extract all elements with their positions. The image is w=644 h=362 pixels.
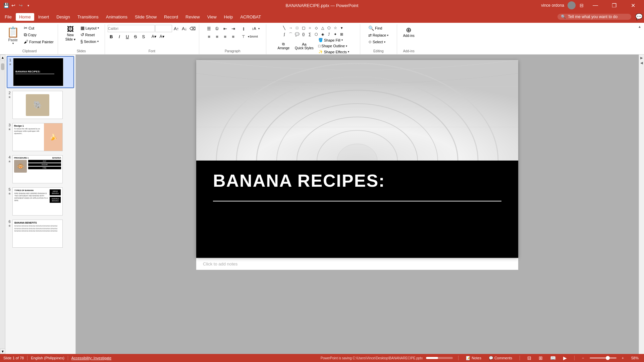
copy-button[interactable]: ⧉ Copy — [22, 32, 55, 38]
comments-button[interactable]: 💬 Comments — [487, 356, 514, 361]
add-ins-button[interactable]: ⊕ Add-ins — [401, 25, 417, 39]
shape-action[interactable]: ◈ — [320, 31, 326, 37]
slide-thumbnail-5[interactable]: 5 ★ TYPES OF BANANA RIPE BANANA AND UNRI… — [7, 186, 74, 217]
restore-button[interactable]: ❐ — [606, 0, 622, 11]
align-text-button[interactable]: ⊤ — [240, 33, 247, 40]
shape-connector[interactable]: ⌒ — [288, 31, 294, 37]
cut-button[interactable]: ✂ Cut — [22, 25, 55, 31]
right-panel-expand[interactable]: ◀ — [640, 61, 643, 65]
align-center-button[interactable]: ≡ — [213, 33, 221, 40]
shape-more[interactable]: ▾ — [339, 25, 345, 31]
slide-thumbnail-1[interactable]: 1 ★ BANANA RECIPES: — [7, 56, 74, 88]
shape-flowchart[interactable]: ⬡ — [313, 31, 319, 37]
scroll-down-arrow[interactable]: ▼ — [0, 349, 5, 354]
shape-effects-button[interactable]: ✨ Shape Effects ▾ — [317, 49, 351, 55]
customize-icon[interactable]: ▾ — [25, 3, 31, 8]
numbering-button[interactable]: ① — [213, 25, 221, 32]
format-painter-button[interactable]: 🖌 Format Painter — [22, 39, 55, 45]
search-box[interactable]: 🔍 Tell me what you want to do — [557, 14, 631, 20]
zoom-thumb[interactable] — [606, 356, 610, 360]
zoom-out-button[interactable]: − — [580, 356, 586, 360]
slide-thumbnail-2[interactable]: 2 ★ 🐘 — [7, 89, 74, 120]
shape-rect[interactable]: □ — [294, 25, 300, 31]
menu-review[interactable]: Review — [182, 13, 203, 21]
text-direction-button[interactable]: ↕A — [250, 25, 258, 32]
view-sorter-button[interactable]: ⊞ — [537, 355, 545, 361]
slide-thumbnail-4[interactable]: 4 ★ PROCEDURE 1 BANANA 🐵 POT SUGAR FIRE — [7, 154, 74, 185]
menu-transitions[interactable]: Transitions — [74, 13, 102, 21]
menu-file[interactable]: File — [1, 13, 15, 21]
arrange-button[interactable]: ⧉ Arrange — [276, 41, 292, 51]
zoom-in-button[interactable]: + — [620, 356, 626, 360]
highlight-button[interactable]: A▾ — [158, 33, 166, 40]
view-reading-button[interactable]: 📖 — [548, 355, 558, 361]
bold-button[interactable]: B — [108, 33, 115, 40]
find-button[interactable]: 🔍 Find — [367, 25, 383, 32]
collapse-ribbon-button[interactable]: ▲ — [637, 24, 643, 29]
redo-icon[interactable]: ↪ — [18, 3, 23, 8]
ribbon-display-icon[interactable]: ⊟ — [579, 3, 584, 8]
increase-font-button[interactable]: A↑ — [173, 25, 180, 32]
shape-equation[interactable]: ∑ — [307, 31, 313, 37]
slide-text-area[interactable]: BANANA RECIPES: — [196, 161, 518, 258]
quick-styles-button[interactable]: Aa Quick Styles — [293, 42, 316, 51]
shadow-button[interactable]: S — [140, 33, 147, 40]
section-button[interactable]: § Section ▾ — [79, 38, 100, 45]
increase-indent-button[interactable]: ⇥ — [229, 25, 237, 32]
menu-view[interactable]: View — [204, 13, 220, 21]
new-slide-button[interactable]: 🖼 New Slide ▾ — [62, 25, 78, 42]
shape-diamond[interactable]: ◇ — [313, 25, 319, 31]
decrease-font-button[interactable]: A↓ — [181, 25, 188, 32]
paste-button[interactable]: 📋 Paste ▾ — [4, 25, 22, 46]
clear-format-button[interactable]: ⌫ — [189, 25, 196, 32]
shape-arrow-line[interactable]: → — [288, 25, 294, 31]
align-left-button[interactable]: ≡ — [205, 33, 213, 40]
menu-animations[interactable]: Animations — [103, 13, 131, 21]
shape-rounded-rect[interactable]: ▢ — [301, 25, 307, 31]
view-normal-button[interactable]: ⊟ — [525, 355, 533, 361]
shape-special[interactable]: ✦ — [332, 31, 338, 37]
strikethrough-button[interactable]: S — [132, 33, 139, 40]
right-panel-collapse[interactable]: ▶ — [640, 56, 643, 60]
underline-button[interactable]: U — [124, 33, 131, 40]
align-right-button[interactable]: ≡ — [221, 33, 229, 40]
font-name-input[interactable] — [108, 25, 155, 32]
select-button[interactable]: ⊹ Select ▾ — [367, 39, 387, 45]
menu-record[interactable]: Record — [161, 13, 181, 21]
comments-icon[interactable]: 💬 — [635, 13, 643, 20]
view-slideshow-button[interactable]: ▶ — [561, 355, 569, 361]
font-size-input[interactable]: 56 — [155, 25, 172, 32]
minimize-button[interactable]: — — [588, 0, 603, 11]
shape-curve[interactable]: ∫ — [281, 31, 287, 37]
justify-button[interactable]: ≡ — [229, 33, 237, 40]
decrease-indent-button[interactable]: ⇤ — [221, 25, 229, 32]
menu-home[interactable]: Home — [16, 13, 34, 21]
shape-pentagon[interactable]: ⬠ — [326, 25, 332, 31]
main-slide[interactable]: BANANA RECIPES: — [196, 60, 518, 258]
accessibility-status[interactable]: Accessibility: Investigate — [71, 356, 111, 360]
zoom-control[interactable] — [590, 357, 616, 359]
menu-acrobat[interactable]: ACROBAT — [237, 13, 264, 21]
slide-thumbnail-3[interactable]: 3 ★ Recipe 1 To reduce the milk squeezed… — [7, 122, 74, 153]
shape-oval[interactable]: ○ — [307, 25, 313, 31]
menu-insert[interactable]: Insert — [35, 13, 53, 21]
shape-expand[interactable]: ⊞ — [339, 31, 345, 37]
notes-area[interactable]: Click to add notes — [196, 258, 518, 270]
menu-help[interactable]: Help — [221, 13, 236, 21]
shape-triangle[interactable]: △ — [320, 25, 326, 31]
shape-line[interactable]: ╲ — [281, 25, 287, 31]
notes-button[interactable]: 📝 Notes — [464, 356, 483, 361]
shape-arrow2[interactable]: ⤴ — [326, 31, 332, 37]
shape-outline-button[interactable]: □ Shape Outline ▾ — [317, 43, 351, 49]
undo-icon[interactable]: ↩ — [11, 3, 16, 8]
menu-design[interactable]: Design — [53, 13, 73, 21]
shape-fill-button[interactable]: 🪣 Shape Fill ▾ — [317, 37, 351, 43]
close-button[interactable]: ✕ — [625, 0, 641, 11]
shape-star[interactable]: ☆ — [332, 25, 338, 31]
slide-thumbnail-6[interactable]: 6 ★ BANANA BENEFITS BANANABANANABANANABA… — [7, 218, 74, 249]
shape-bracket[interactable]: {} — [301, 31, 307, 37]
columns-button[interactable]: ⫿ — [240, 25, 247, 32]
bullets-button[interactable]: ☰ — [205, 25, 213, 32]
replace-button[interactable]: ⇄ Replace ▾ — [367, 32, 390, 38]
save-icon[interactable]: 💾 — [3, 3, 9, 8]
